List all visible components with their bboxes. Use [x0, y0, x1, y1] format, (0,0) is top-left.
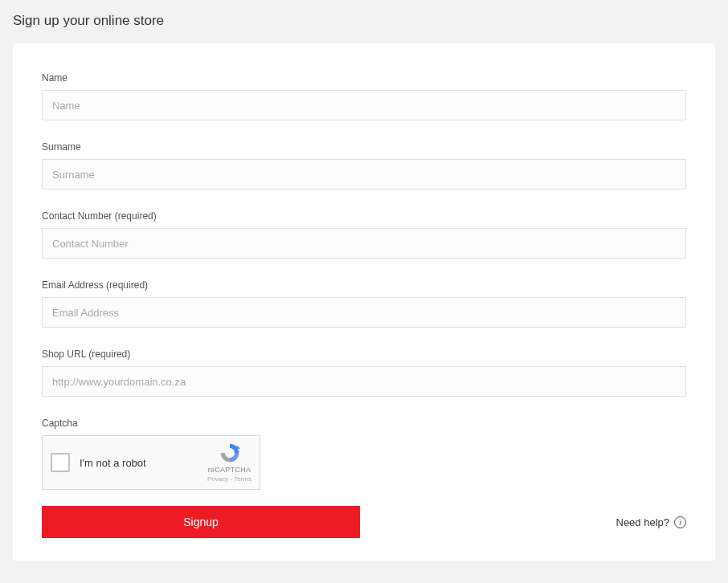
email-input[interactable] [42, 297, 686, 328]
contact-input[interactable] [42, 228, 686, 259]
info-icon: i [674, 516, 686, 528]
form-footer: Signup Need help? i [42, 506, 686, 538]
surname-label: Surname [42, 141, 686, 153]
email-group: Email Address (required) [42, 279, 686, 328]
shopurl-group: Shop URL (required) [42, 349, 686, 397]
captcha-brand-text: reCAPTCHA [207, 466, 252, 475]
contact-group: Contact Number (required) [42, 210, 686, 259]
contact-label: Contact Number (required) [42, 210, 686, 222]
captcha-label: Captcha [42, 418, 686, 429]
name-label: Name [42, 72, 686, 84]
shopurl-label: Shop URL (required) [42, 349, 686, 360]
signup-form-card: Name Surname Contact Number (required) E… [13, 43, 715, 561]
help-text: Need help? [616, 516, 670, 528]
surname-input[interactable] [42, 159, 686, 190]
svg-marker-0 [236, 445, 239, 448]
shopurl-input[interactable] [42, 366, 686, 397]
captcha-checkbox[interactable] [51, 453, 70, 472]
recaptcha-icon [218, 442, 242, 464]
email-label: Email Address (required) [42, 279, 686, 291]
name-input[interactable] [42, 90, 686, 120]
name-group: Name [42, 72, 686, 120]
captcha-branding: reCAPTCHA Privacy - Terms [207, 442, 252, 483]
surname-group: Surname [42, 141, 686, 190]
page-title: Sign up your online store [13, 13, 715, 29]
captcha-box: I'm not a robot reCAPTCHA Privacy - Term… [42, 435, 260, 490]
captcha-group: Captcha I'm not a robot reCAPTCHA Privac… [42, 418, 686, 490]
captcha-text: I'm not a robot [80, 457, 207, 469]
help-link[interactable]: Need help? i [616, 516, 687, 528]
signup-button[interactable]: Signup [42, 506, 360, 538]
captcha-links: Privacy - Terms [207, 475, 252, 483]
